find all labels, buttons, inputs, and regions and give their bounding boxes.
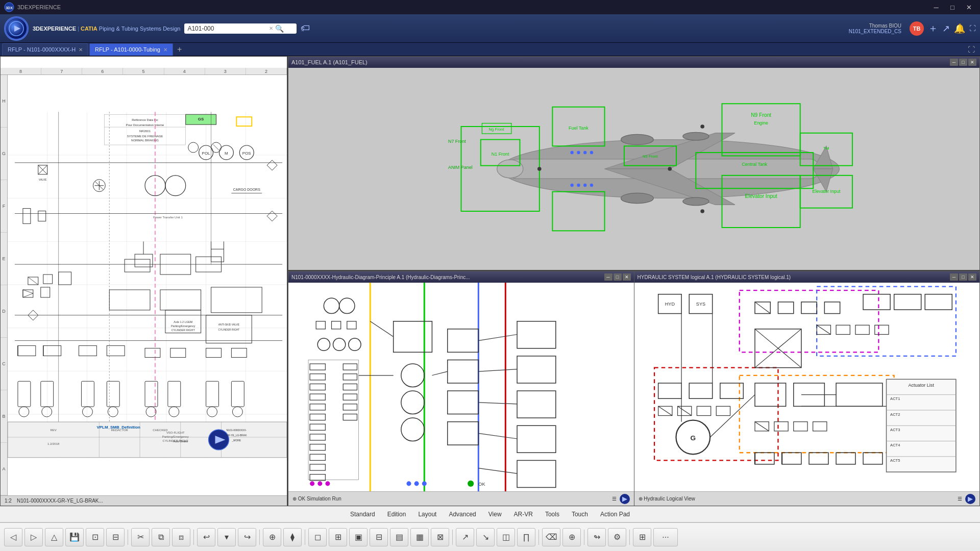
delete-button[interactable]: ⌫ [542,528,560,546]
view-split-button[interactable]: ▦ [410,528,429,546]
nav-back-button[interactable]: ◁ [4,528,22,546]
svg-rect-111 [23,290,33,297]
svg-rect-259 [778,302,793,314]
hydraulic-left-maximize[interactable]: □ [614,273,622,281]
svg-point-234 [468,481,474,487]
svg-point-179 [583,184,586,187]
pipe-connect-button[interactable]: ↘ [476,528,495,546]
hydraulic-left-close[interactable]: ✕ [623,273,631,281]
hydraulic-left-minimize[interactable]: ─ [604,273,612,281]
user-avatar[interactable]: TB [910,21,924,36]
menu-layout[interactable]: Layout [412,509,443,520]
hydraulic-right-close[interactable]: ✕ [968,273,976,281]
tab-rflp-a101[interactable]: RFLP - A101-0000-Tubing ✕ [89,43,173,56]
menu-action-pad[interactable]: Action Pad [594,509,636,520]
menu-view[interactable]: View [482,509,508,520]
ruler-row-g: G [1,128,7,180]
view-layer-button[interactable]: ▣ [349,528,368,546]
undo-button[interactable]: ↩ [197,528,215,546]
nav-up-button[interactable]: △ [45,528,63,546]
pipe-spec-button[interactable]: ∏ [517,528,535,546]
view-components-button[interactable]: ⊟ [370,528,388,546]
svg-rect-268 [855,325,869,334]
search-input[interactable] [187,25,269,32]
tab-close-icon[interactable]: ✕ [163,47,167,53]
airplane-close-button[interactable]: ✕ [968,59,976,66]
title-bar-title: 3DEXPERIENCE [17,4,61,10]
settings-button[interactable]: ⚙ [608,528,626,546]
snap-button[interactable]: ⊕ [562,528,581,546]
svg-rect-57 [211,287,262,313]
hydraulic-left-statusbar: ⊕ OK Simulation Run ☰ ▶ [288,491,634,506]
expand-view-button[interactable]: ⛶ [965,45,978,54]
pipe-select-button[interactable]: ◫ [497,528,515,546]
svg-line-109 [213,144,219,151]
search-icon[interactable]: 🔍 [275,24,284,33]
view-fit-button[interactable]: ◻ [308,528,327,546]
svg-point-128 [169,407,179,417]
expand-button[interactable]: ⛶ [969,24,976,32]
svg-rect-215 [394,321,432,353]
svg-point-188 [324,298,339,313]
pipe-route-button[interactable]: ↗ [456,528,474,546]
redo-button[interactable]: ↪ [238,528,256,546]
close-button[interactable]: ✕ [962,2,976,12]
nav-zoom-out-button[interactable]: ⊟ [106,528,125,546]
svg-rect-207 [310,464,325,470]
app-name-container: 3DEXPERIENCE | CATIA Piping & Tubing Sys… [33,26,180,32]
menu-tools[interactable]: Tools [539,509,566,520]
nav-zoom-fit-button[interactable]: ⊡ [86,528,104,546]
cross-select-button[interactable]: ⧫ [283,528,302,546]
svg-text:ACT5: ACT5 [890,458,900,463]
bookmark-button[interactable]: 🏷 [301,23,310,34]
search-bar[interactable]: ✕ 🔍 [184,23,297,34]
airplane-minimize-button[interactable]: ─ [950,59,958,66]
svg-text:SYS: SYS [696,302,705,307]
view-cross-button[interactable]: ⊠ [431,528,449,546]
svg-text:NORMAL BRAKING: NORMAL BRAKING [131,139,159,142]
tab-close-icon[interactable]: ✕ [79,47,83,53]
svg-rect-311 [863,453,883,464]
select-button[interactable]: ⊕ [263,528,281,546]
hydraulic-right-minimize[interactable]: ─ [950,273,958,281]
clear-icon[interactable]: ✕ [269,26,273,31]
flow-button[interactable]: ↬ [587,528,606,546]
svg-text:_MORE: _MORE [232,439,241,442]
minimize-button[interactable]: ─ [929,2,943,12]
add-button[interactable]: ＋ [928,21,938,35]
notifications-button[interactable]: 🔔 [954,23,965,34]
nav-forward-button[interactable]: ▷ [24,528,43,546]
undo-dropdown[interactable]: ▾ [217,528,236,546]
menu-advanced[interactable]: Advanced [443,509,482,520]
hydraulic-right-maximize[interactable]: □ [959,273,967,281]
tab-label: RFLP - N101-0000XXXX-H [8,46,76,53]
cut-button[interactable]: ✂ [131,528,150,546]
svg-rect-219 [448,329,479,352]
hydr-left-play[interactable]: ▶ [620,494,630,504]
svg-text:Axle 1.2 LGEM: Axle 1.2 LGEM [174,320,192,323]
tab-rflp-n101[interactable]: RFLP - N101-0000XXXX-H ✕ [2,43,88,56]
view-grid-button[interactable]: ⊞ [329,528,347,546]
copy-button[interactable]: ⧉ [152,528,170,546]
nav-save-button[interactable]: 💾 [65,528,84,546]
svg-point-195 [349,338,361,350]
menu-standard[interactable]: Standard [344,509,381,520]
airplane-maximize-button[interactable]: □ [959,59,967,66]
menu-touch[interactable]: Touch [566,509,594,520]
measure-button[interactable]: ⊞ [633,528,651,546]
svg-rect-209 [343,364,357,370]
svg-point-172 [700,209,704,213]
more-button[interactable]: ··· [653,528,678,546]
menu-edition[interactable]: Edition [381,509,412,520]
view-arrange-button[interactable]: ▤ [390,528,408,546]
paste-button[interactable]: ⧈ [172,528,190,546]
svg-point-132 [232,407,242,417]
add-tab-button[interactable]: + [174,45,185,54]
svg-rect-278 [716,406,730,415]
menu-ar-vr[interactable]: AR-VR [508,509,539,520]
share-button[interactable]: ↗ [942,23,950,34]
hydraulic-panel-right: HYDRAULIC SYSTEM logical A.1 (HYDRAULIC … [634,271,980,506]
maximize-button[interactable]: □ [945,2,960,12]
hydr-right-play[interactable]: ▶ [965,494,975,504]
svg-rect-125 [145,381,158,407]
